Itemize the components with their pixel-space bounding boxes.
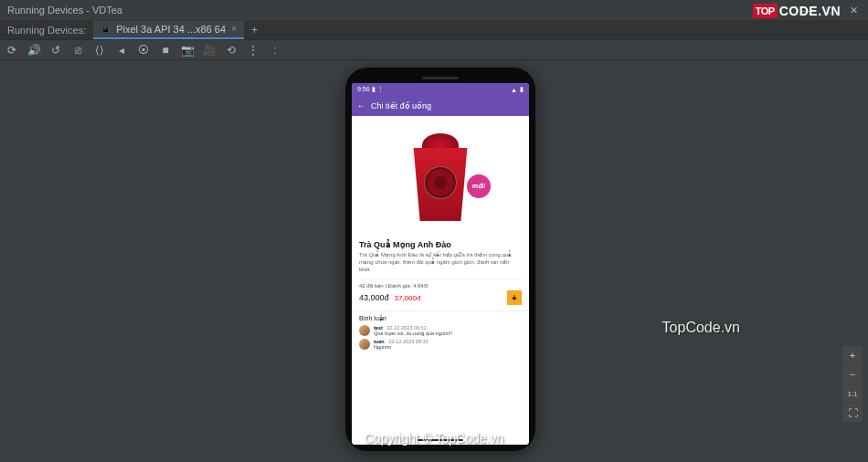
phone-screen[interactable]: 9:56 ▮ ⋮ ▲ ▮ ← Chi tiết đồ uống [352, 83, 529, 445]
price-sale: 37,000đ [395, 294, 421, 302]
panel-label: Running Devices: [0, 25, 93, 36]
zoom-fit-button[interactable]: ⛶ [842, 404, 863, 422]
logo-badge: TOP [753, 4, 778, 18]
drink-cup-graphic [404, 130, 477, 221]
watermark-right: TopCode.vn [662, 320, 740, 336]
avatar-icon [359, 325, 370, 336]
cup-logo-icon [424, 166, 457, 199]
watermark-center: Copyright © TopCode.vn [365, 431, 503, 446]
more-icon[interactable]: ⋮ [247, 44, 259, 57]
screen-title: Chi tiết đồ uống [371, 101, 431, 110]
zoom-out-button[interactable]: − [842, 365, 863, 383]
reload-icon[interactable]: ⟲ [225, 44, 238, 57]
status-signal-icon: ▲ [511, 87, 517, 93]
app-body: mới! Trà Quả Mọng Anh Đào Trà Quả Mọng A… [352, 116, 529, 445]
resize-icon[interactable]: ⟨⟩ [93, 44, 106, 57]
volume-icon[interactable]: 🔊 [27, 44, 40, 57]
back-button[interactable]: ← [357, 101, 365, 110]
home-icon[interactable]: ⦿ [137, 44, 150, 57]
phone-speaker [422, 77, 459, 79]
screenshot-icon[interactable]: 📷 [181, 44, 194, 57]
status-batt-icon: ▮ [520, 86, 524, 93]
sold-count: 42 đã bán [359, 283, 384, 289]
window-close[interactable]: ✕ [848, 5, 859, 16]
tab-bar: Running Devices: 📱 Pixel 3a API 34 ...x8… [0, 20, 868, 40]
app-header: ← Chi tiết đồ uống [352, 96, 529, 116]
product-title: Trà Quả Mọng Anh Đào [359, 240, 522, 249]
android-statusbar: 9:56 ▮ ⋮ ▲ ▮ [352, 83, 529, 96]
menu-icon[interactable]: : [269, 44, 281, 57]
comment-row: tuan 22-12-2023 08:33 Ngonnn [359, 339, 522, 350]
comments-header: Bình luận [359, 315, 522, 322]
rating-text: Đánh giá: 4.04/5 [388, 283, 429, 289]
emulator-canvas: 9:56 ▮ ⋮ ▲ ▮ ← Chi tiết đồ uống [0, 60, 868, 462]
close-tab-icon[interactable]: × [231, 24, 237, 34]
emulator-toolbar: ⟳ 🔊 ↺ ⎚ ⟨⟩ ◂ ⦿ ■ 📷 🎥 ⟲ ⋮ : [0, 40, 868, 60]
overview-icon[interactable]: ■ [159, 44, 172, 57]
rotate-left-icon[interactable]: ↺ [49, 44, 62, 57]
product-description: Trà Quả Mọng Anh Đào là sự kết hợp giữa … [359, 252, 522, 273]
status-bt-icon: ⋮ [377, 86, 384, 92]
window-titlebar: Running Devices - VDTea — □ ✕ [0, 0, 868, 20]
comments-section: Bình luận test 22-12-2023 09:52 Qua tuye… [352, 310, 529, 356]
price-original: 43,000đ [359, 293, 389, 302]
product-image: mới! [352, 116, 529, 235]
topcode-logo: TOP CODE.VN [753, 4, 841, 18]
status-battery-icon: ▮ [372, 86, 376, 92]
device-tab-label: Pixel 3a API 34 ...x86 64 [116, 24, 226, 35]
comment-date: 22-12-2023 08:33 [388, 339, 428, 344]
record-icon[interactable]: 🎥 [203, 44, 216, 57]
comment-body: Qua tuyet voi, do uong qua ngonn!! [374, 331, 452, 336]
new-tab-button[interactable]: + [244, 24, 265, 37]
zoom-actual-button[interactable]: 1:1 [842, 384, 863, 403]
product-info: Trà Quả Mọng Anh Đào Trà Quả Mọng Anh Đà… [352, 235, 529, 310]
display-icon[interactable]: ⎚ [71, 44, 84, 57]
window-title: Running Devices - VDTea [7, 5, 122, 16]
logo-text: CODE.VN [779, 4, 841, 18]
back-icon[interactable]: ◂ [115, 44, 128, 57]
avatar-icon [359, 339, 370, 350]
add-to-cart-button[interactable]: + [507, 290, 522, 305]
new-badge: mới! [467, 174, 491, 198]
comment-body: Ngonnn [374, 344, 391, 350]
zoom-controls: + − 1:1 ⛶ [842, 346, 863, 422]
device-tab-active[interactable]: 📱 Pixel 3a API 34 ...x86 64 × [93, 21, 244, 39]
status-time: 9:56 [357, 86, 370, 92]
zoom-in-button[interactable]: + [842, 346, 863, 364]
phone-frame: 9:56 ▮ ⋮ ▲ ▮ ← Chi tiết đồ uống [345, 68, 535, 451]
comment-row: test 22-12-2023 09:52 Qua tuyet voi, do … [359, 325, 522, 336]
power-icon[interactable]: ⟳ [5, 44, 18, 57]
